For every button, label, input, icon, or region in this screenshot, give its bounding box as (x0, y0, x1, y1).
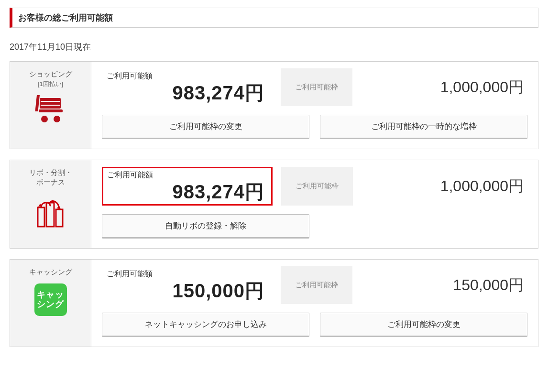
section-revolving-sidebar: リボ・分割・ ボーナス (10, 160, 91, 248)
section-revolving-body: ご利用可能額 983,274円 ご利用可能枠 1,000,000円 自動リボの登… (91, 160, 538, 248)
svg-rect-1 (39, 109, 63, 112)
temp-increase-button[interactable]: ご利用可能枠の一時的な増枠 (320, 115, 527, 139)
cashing-amount-row: ご利用可能額 150,000円 ご利用可能枠 150,000円 (102, 266, 527, 304)
shopping-limit-value: 1,000,000円 (361, 68, 527, 106)
revolving-limit-value: 1,000,000円 (362, 167, 527, 206)
shopping-available-box: ご利用可能額 983,274円 (102, 68, 272, 106)
cashing-available-value: 150,000円 (105, 280, 267, 301)
cashing-button-row: ネットキャッシングのお申し込み ご利用可能枠の変更 (102, 313, 527, 337)
revolving-button-row: 自動リボの登録・解除 (102, 214, 527, 239)
page-title: お客様の総ご利用可能額 (10, 8, 538, 28)
cashing-available-box: ご利用可能額 150,000円 (102, 266, 272, 304)
section-shopping-title: ショッピング (13, 69, 88, 79)
section-cashing: キャッシング キャッ シング ご利用可能額 150,000円 ご利用可能枠 15… (10, 259, 538, 347)
shopping-button-row: ご利用可能枠の変更 ご利用可能枠の一時的な増枠 (102, 115, 527, 139)
section-revolving-title: リボ・分割・ ボーナス (13, 168, 88, 187)
section-cashing-body: ご利用可能額 150,000円 ご利用可能枠 150,000円 ネットキャッシン… (91, 260, 538, 347)
credit-limit-label: ご利用可能枠 (281, 68, 352, 106)
section-cashing-sidebar: キャッシング キャッ シング (10, 260, 91, 347)
section-shopping-sidebar: ショッピング [1回払い] (10, 62, 91, 149)
credit-limit-label: ご利用可能枠 (281, 167, 353, 206)
gift-icon (13, 198, 88, 229)
available-amount-label: ご利用可能額 (105, 71, 267, 81)
as-of-date: 2017年11月10日現在 (10, 41, 538, 53)
section-cashing-title: キャッシング (13, 267, 88, 277)
svg-marker-11 (57, 206, 61, 208)
cashing-badge-icon: キャッ シング (13, 283, 88, 316)
revolving-available-value: 983,274円 (105, 181, 267, 202)
section-shopping: ショッピング [1回払い] ご利用可能額 983, (10, 61, 538, 149)
change-limit-button[interactable]: ご利用可能枠の変更 (102, 115, 309, 139)
svg-rect-9 (56, 209, 63, 227)
credit-limit-label: ご利用可能枠 (281, 266, 352, 304)
section-shopping-subtitle: [1回払い] (13, 80, 88, 88)
section-revolving: リボ・分割・ ボーナス ご利用可能額 983,274円 ご利用可能枠 (10, 160, 538, 249)
available-amount-label: ご利用可能額 (105, 269, 267, 279)
svg-rect-7 (38, 207, 44, 227)
shopping-available-value: 983,274円 (105, 82, 267, 103)
revolving-amount-row: ご利用可能額 983,274円 ご利用可能枠 1,000,000円 (102, 167, 527, 206)
shopping-amount-row: ご利用可能額 983,274円 ご利用可能枠 1,000,000円 (102, 68, 527, 106)
apply-net-cashing-button[interactable]: ネットキャッシングのお申し込み (102, 313, 309, 337)
svg-rect-2 (35, 95, 40, 111)
section-shopping-body: ご利用可能額 983,274円 ご利用可能枠 1,000,000円 ご利用可能枠… (91, 62, 538, 149)
available-amount-label: ご利用可能額 (105, 170, 267, 180)
cashing-limit-value: 150,000円 (361, 266, 527, 304)
svg-point-4 (54, 116, 60, 122)
svg-point-3 (41, 116, 48, 122)
svg-rect-0 (40, 98, 61, 109)
revolving-available-box: ご利用可能額 983,274円 (102, 167, 273, 206)
cart-icon (13, 95, 88, 124)
auto-revo-button[interactable]: 自動リボの登録・解除 (102, 214, 309, 239)
cashing-change-limit-button[interactable]: ご利用可能枠の変更 (320, 313, 527, 337)
